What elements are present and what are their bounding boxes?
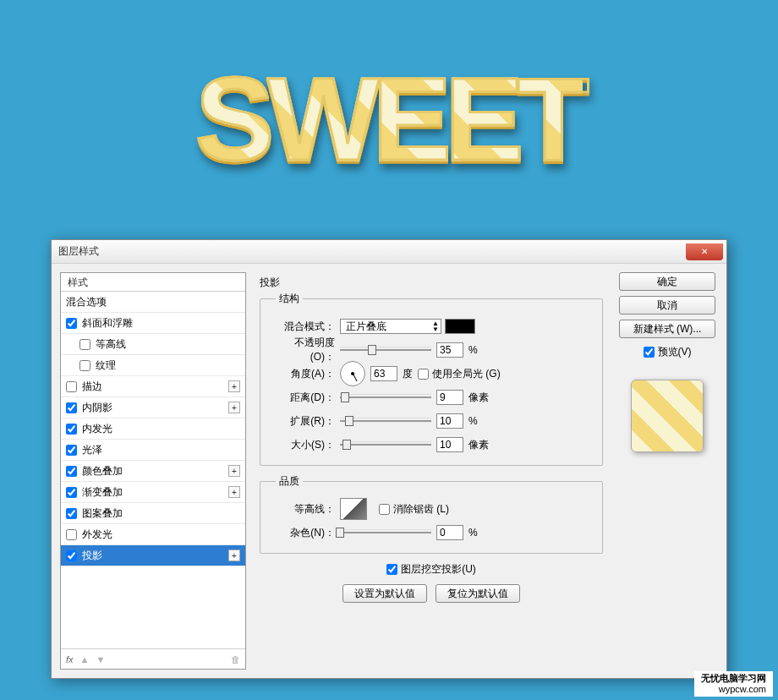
plus-icon[interactable]: + xyxy=(228,402,240,413)
antialias-checkbox[interactable]: 消除锯齿 (L) xyxy=(379,502,449,517)
opacity-input[interactable] xyxy=(436,342,463,358)
style-label: 内阴影 xyxy=(82,401,112,415)
spread-slider[interactable] xyxy=(340,414,431,428)
style-checkbox[interactable] xyxy=(66,487,77,498)
angle-input[interactable] xyxy=(370,366,397,381)
styles-list-panel: 样式 混合选项斜面和浮雕等高线纹理描边+内阴影+内发光光泽颜色叠加+渐变叠加+图… xyxy=(60,272,246,670)
arrow-up-icon[interactable]: ▲ xyxy=(80,654,90,664)
plus-icon[interactable]: + xyxy=(228,486,240,498)
style-item[interactable]: 渐变叠加+ xyxy=(61,482,245,503)
spread-input[interactable] xyxy=(436,413,463,429)
dialog-title: 图层样式 xyxy=(58,244,99,259)
plus-icon[interactable]: + xyxy=(228,380,240,392)
style-item[interactable]: 斜面和浮雕 xyxy=(61,313,245,334)
style-label: 外发光 xyxy=(82,528,112,542)
set-default-button[interactable]: 设置为默认值 xyxy=(342,584,427,603)
antialias-label: 消除锯齿 (L) xyxy=(393,502,449,517)
style-checkbox[interactable] xyxy=(66,508,77,519)
style-checkbox[interactable] xyxy=(66,550,77,561)
style-item[interactable]: 投影+ xyxy=(61,545,245,566)
section-title: 投影 xyxy=(260,276,603,290)
spread-unit: % xyxy=(468,415,478,427)
select-arrows-icon: ▲▼ xyxy=(432,320,439,332)
watermark: 无忧电脑学习网 wypcw.com xyxy=(694,671,773,697)
antialias-input[interactable] xyxy=(379,504,390,515)
quality-legend: 品质 xyxy=(276,474,303,489)
noise-row: 杂色(N)： % xyxy=(271,521,594,544)
style-label: 纹理 xyxy=(96,358,116,373)
ok-button[interactable]: 确定 xyxy=(619,272,715,291)
style-item[interactable]: 纹理 xyxy=(61,355,245,376)
style-item[interactable]: 光泽 xyxy=(61,440,245,461)
knockout-label: 图层挖空投影(U) xyxy=(401,562,476,577)
plus-icon[interactable]: + xyxy=(228,550,240,561)
close-icon: ✕ xyxy=(701,247,708,256)
color-swatch[interactable] xyxy=(445,319,475,334)
global-light-checkbox[interactable]: 使用全局光 (G) xyxy=(418,367,501,381)
watermark-line2: wypcw.com xyxy=(701,684,766,695)
structure-fieldset: 结构 混合模式： 正片叠底 ▲▼ 不透明度(O)： xyxy=(260,292,603,466)
style-item[interactable]: 外发光 xyxy=(61,524,245,545)
noise-input[interactable] xyxy=(436,525,463,540)
style-item[interactable]: 内发光 xyxy=(61,418,245,440)
spread-row: 扩展(R)： % xyxy=(271,409,594,433)
right-panel: 确定 取消 新建样式 (W)... 预览(V) xyxy=(616,272,718,670)
style-checkbox[interactable] xyxy=(66,445,77,456)
style-checkbox[interactable] xyxy=(66,466,77,477)
blend-mode-row: 混合模式： 正片叠底 ▲▼ xyxy=(271,314,594,338)
cancel-button[interactable]: 取消 xyxy=(619,296,715,314)
plus-icon[interactable]: + xyxy=(228,465,240,477)
style-item[interactable]: 颜色叠加+ xyxy=(61,461,245,482)
quality-fieldset: 品质 等高线： 消除锯齿 (L) 杂色(N)： % xyxy=(260,474,603,554)
trash-icon[interactable]: 🗑 xyxy=(231,654,240,664)
contour-picker[interactable] xyxy=(340,498,367,520)
style-item[interactable]: 等高线 xyxy=(61,334,245,355)
preview-thumbnail xyxy=(631,380,704,452)
style-checkbox[interactable] xyxy=(66,402,77,413)
styles-footer: fx ▲ ▼ 🗑 xyxy=(61,648,245,669)
knockout-checkbox[interactable]: 图层挖空投影(U) xyxy=(386,562,476,577)
noise-slider[interactable] xyxy=(340,526,431,539)
global-light-input[interactable] xyxy=(418,369,429,380)
style-checkbox[interactable] xyxy=(66,381,77,392)
preview-input[interactable] xyxy=(644,347,655,358)
distance-row: 距离(D)： 像素 xyxy=(271,386,594,409)
arrow-down-icon[interactable]: ▼ xyxy=(96,654,105,664)
dialog-titlebar[interactable]: 图层样式 ✕ xyxy=(52,240,726,264)
style-checkbox[interactable] xyxy=(66,424,77,435)
knockout-input[interactable] xyxy=(386,564,397,575)
style-checkbox[interactable] xyxy=(66,529,77,540)
style-label: 内发光 xyxy=(82,422,112,436)
size-input[interactable] xyxy=(436,437,463,452)
style-item[interactable]: 图案叠加 xyxy=(61,503,245,524)
opacity-label: 不透明度(O)： xyxy=(271,336,335,364)
blend-mode-select[interactable]: 正片叠底 ▲▼ xyxy=(340,319,441,334)
style-item[interactable]: 内阴影+ xyxy=(61,397,245,418)
style-label: 图案叠加 xyxy=(82,506,123,521)
preview-checkbox[interactable]: 预览(V) xyxy=(644,345,692,359)
global-light-label: 使用全局光 (G) xyxy=(432,367,501,381)
style-label: 描边 xyxy=(82,380,102,394)
style-checkbox[interactable] xyxy=(79,339,90,350)
style-item[interactable]: 描边+ xyxy=(61,376,245,397)
style-checkbox[interactable] xyxy=(79,360,90,371)
size-slider[interactable] xyxy=(340,438,431,451)
distance-input[interactable] xyxy=(436,390,463,405)
angle-row: 角度(A)： 度 使用全局光 (G) xyxy=(271,362,594,386)
close-button[interactable]: ✕ xyxy=(686,243,723,260)
contour-row: 等高线： 消除锯齿 (L) xyxy=(271,497,594,521)
watermark-line1: 无忧电脑学习网 xyxy=(701,673,766,684)
angle-dial[interactable] xyxy=(340,361,365,386)
distance-slider[interactable] xyxy=(340,391,431,404)
style-item[interactable]: 混合选项 xyxy=(61,292,245,313)
style-checkbox[interactable] xyxy=(66,318,77,329)
style-label: 颜色叠加 xyxy=(82,464,123,479)
fx-label: fx xyxy=(66,654,74,664)
style-label: 渐变叠加 xyxy=(82,485,123,500)
styles-header: 样式 xyxy=(61,273,245,292)
opacity-slider[interactable] xyxy=(340,343,431,357)
new-style-button[interactable]: 新建样式 (W)... xyxy=(619,320,715,338)
size-unit: 像素 xyxy=(468,438,489,452)
blend-mode-value: 正片叠底 xyxy=(346,320,386,334)
reset-default-button[interactable]: 复位为默认值 xyxy=(436,584,520,603)
